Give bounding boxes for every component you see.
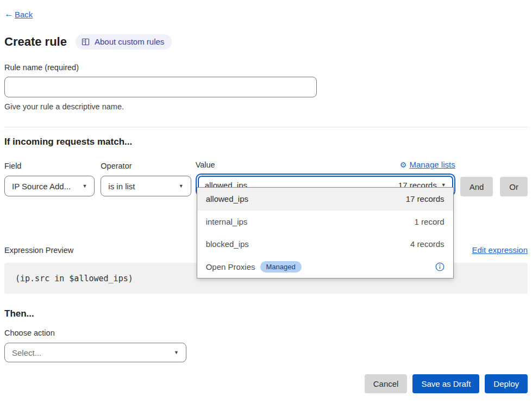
dropdown-item-internal-ips[interactable]: internal_ips 1 record xyxy=(197,211,453,233)
value-column: Value ⚙ Manage lists allowed_ips 17 reco… xyxy=(196,160,455,196)
back-link-label[interactable]: Back xyxy=(15,10,33,19)
chevron-down-icon: ▼ xyxy=(82,183,87,189)
section-divider xyxy=(4,127,528,127)
operator-select-value: is in list xyxy=(108,182,135,191)
and-button[interactable]: And xyxy=(460,177,493,196)
action-select-placeholder: Select... xyxy=(12,348,41,357)
gear-icon: ⚙ xyxy=(400,160,407,169)
list-item-label: blocked_ips xyxy=(206,239,249,249)
rule-name-helper: Give your rule a descriptive name. xyxy=(4,102,528,111)
expression-preview-label: Expression Preview xyxy=(4,246,73,255)
deploy-button[interactable]: Deploy xyxy=(485,374,528,393)
chevron-down-icon: ▼ xyxy=(179,183,184,189)
manage-lists-label[interactable]: Manage lists xyxy=(409,160,455,169)
dropdown-item-allowed-ips[interactable]: allowed_ips 17 records xyxy=(197,188,453,211)
save-as-draft-button[interactable]: Save as Draft xyxy=(412,374,479,393)
list-item-label: internal_ips xyxy=(206,217,248,226)
title-row: Create rule About custom rules xyxy=(4,34,528,50)
list-item-label: Open Proxies xyxy=(206,262,255,271)
footer-actions: Cancel Save as Draft Deploy xyxy=(4,374,528,393)
dropdown-item-open-proxies[interactable]: Open Proxies Managed xyxy=(197,256,453,279)
info-icon[interactable] xyxy=(435,262,445,271)
choose-action-label: Choose action xyxy=(4,329,528,337)
about-badge-label: About custom rules xyxy=(95,37,164,46)
or-button[interactable]: Or xyxy=(500,177,528,196)
dropdown-item-blocked-ips[interactable]: blocked_ips 4 records xyxy=(197,233,453,256)
value-dropdown-menu: allowed_ips 17 records internal_ips 1 re… xyxy=(197,187,454,279)
field-label: Field xyxy=(4,162,95,170)
operator-label: Operator xyxy=(101,162,191,170)
back-link[interactable]: ←Back xyxy=(4,9,528,20)
match-controls-row: Field IP Source Add... ▼ Operator is in … xyxy=(4,160,528,196)
chevron-down-icon: ▼ xyxy=(174,350,179,355)
value-label: Value xyxy=(196,160,215,169)
book-icon xyxy=(82,38,90,46)
expression-code: (ip.src in $allowed_ips) xyxy=(15,274,133,283)
field-column: Field IP Source Add... ▼ xyxy=(4,162,95,196)
page-title: Create rule xyxy=(4,35,67,49)
rule-name-label: Rule name (required) xyxy=(4,63,528,72)
field-select-value: IP Source Add... xyxy=(12,182,71,191)
edit-expression-link[interactable]: Edit expression xyxy=(472,245,528,255)
list-item-label: allowed_ips xyxy=(206,194,248,203)
list-item-record-count: 1 record xyxy=(415,217,445,226)
match-section-heading: If incoming requests match... xyxy=(4,137,528,147)
operator-select[interactable]: is in list ▼ xyxy=(101,176,191,196)
manage-lists-link[interactable]: ⚙ Manage lists xyxy=(400,160,455,169)
then-section-heading: Then... xyxy=(4,308,528,319)
field-select[interactable]: IP Source Add... ▼ xyxy=(4,176,95,196)
list-item-record-count: 4 records xyxy=(410,239,445,249)
list-item-record-count: 17 records xyxy=(406,194,445,203)
back-arrow-icon: ← xyxy=(4,9,14,20)
rule-name-input[interactable] xyxy=(4,77,317,97)
action-select[interactable]: Select... ▼ xyxy=(4,343,186,362)
managed-badge: Managed xyxy=(260,261,302,273)
cancel-button[interactable]: Cancel xyxy=(365,374,408,393)
create-rule-page: ←Back Create rule About custom rules Rul… xyxy=(0,0,532,402)
about-custom-rules-link[interactable]: About custom rules xyxy=(76,34,172,50)
operator-column: Operator is in list ▼ xyxy=(101,162,191,196)
value-label-row: Value ⚙ Manage lists xyxy=(196,160,455,169)
